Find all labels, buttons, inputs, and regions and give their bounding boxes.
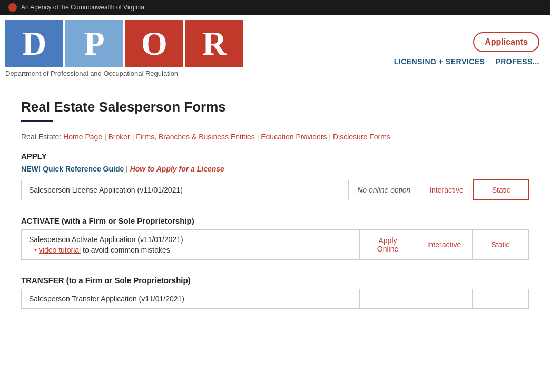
main-content: Real Estate Salesperson Forms Real Estat… [0, 83, 550, 340]
logo-subtitle: Department of Professional and Occupatio… [5, 69, 243, 77]
applicants-button[interactable]: Applicants [473, 32, 539, 52]
apply-online-link[interactable]: Apply Online [377, 236, 398, 253]
section-transfer-heading: TRANSFER (to a Firm or Sole Proprietorsh… [21, 276, 529, 285]
sub-bullet-item: video tutorial to avoid common mistakes [34, 246, 352, 254]
nav-links: LICENSING + SERVICES PROFESS... [394, 57, 539, 66]
transfer-col2 [360, 289, 416, 309]
breadcrumb-prefix: Real Estate: [21, 133, 61, 141]
table-row: Salesperson Activate Application (v11/01… [22, 230, 529, 260]
site-header: D P O R Department of Professional and O… [0, 15, 550, 83]
header-right: Applicants LICENSING + SERVICES PROFESS.… [394, 32, 539, 66]
static-link-apply[interactable]: Static [492, 186, 510, 194]
activate-table: Salesperson Activate Application (v11/01… [21, 229, 529, 260]
logo-r: R [185, 20, 243, 67]
quick-ref-guide-link[interactable]: NEW! Quick Reference Guide [21, 165, 124, 173]
logo-p: P [65, 20, 123, 67]
breadcrumb-homepage[interactable]: Home Page [63, 133, 102, 141]
logo-area: D P O R Department of Professional and O… [5, 20, 243, 77]
interactive-link-activate[interactable]: Interactive [427, 240, 461, 249]
breadcrumb-education[interactable]: Education Providers [261, 133, 327, 141]
title-underline [21, 120, 53, 122]
quick-links: NEW! Quick Reference Guide | How to Appl… [21, 165, 529, 173]
form-name-activate: Salesperson Activate Application (v11/01… [22, 230, 360, 260]
video-tutorial-link[interactable]: video tutorial [39, 246, 81, 254]
nav-profess[interactable]: PROFESS... [495, 57, 539, 66]
breadcrumb-firms[interactable]: Firms, Branches & Business Entities [136, 133, 255, 141]
breadcrumb-broker[interactable]: Broker [109, 133, 130, 141]
transfer-col4 [472, 289, 528, 309]
form-name-salesperson-license: Salesperson License Application (v11/01/… [22, 180, 349, 200]
nav-licensing[interactable]: LICENSING + SERVICES [394, 57, 485, 66]
sub-bullet-list: video tutorial to avoid common mistakes [29, 246, 352, 254]
breadcrumb: Real Estate: Home Page | Broker | Firms,… [21, 133, 529, 141]
table-row: Salesperson Transfer Application (v11/01… [22, 289, 529, 309]
section-activate-heading: ACTIVATE (with a Firm or Sole Proprietor… [21, 216, 529, 225]
how-to-apply-link[interactable]: How to Apply for a License [130, 165, 224, 173]
static-cell-apply-highlighted[interactable]: Static [474, 180, 528, 200]
logo-blocks: D P O R [5, 20, 243, 67]
interactive-cell-apply[interactable]: Interactive [419, 180, 474, 200]
apply-online-cell[interactable]: Apply Online [360, 230, 416, 260]
transfer-table: Salesperson Transfer Application (v11/01… [21, 289, 529, 309]
breadcrumb-disclosure[interactable]: Disclosure Forms [333, 133, 390, 141]
static-link-activate[interactable]: Static [491, 240, 509, 249]
interactive-cell-activate[interactable]: Interactive [416, 230, 472, 260]
no-online-cell: No online option [348, 180, 419, 200]
interactive-link-apply[interactable]: Interactive [429, 186, 464, 194]
agency-icon [8, 3, 17, 12]
top-bar: An Agency of the Commonwealth of Virgini… [0, 0, 550, 15]
transfer-col3 [416, 289, 472, 309]
section-apply-heading: APPLY [21, 152, 529, 160]
apply-table: Salesperson License Application (v11/01/… [21, 179, 529, 200]
static-cell-activate[interactable]: Static [472, 230, 528, 260]
form-name-transfer: Salesperson Transfer Application (v11/01… [22, 289, 360, 309]
logo-d: D [5, 20, 63, 67]
page-title: Real Estate Salesperson Forms [21, 99, 529, 115]
agency-text: An Agency of the Commonwealth of Virgini… [21, 4, 144, 11]
table-row: Salesperson License Application (v11/01/… [22, 180, 529, 200]
logo-o: O [125, 20, 183, 67]
